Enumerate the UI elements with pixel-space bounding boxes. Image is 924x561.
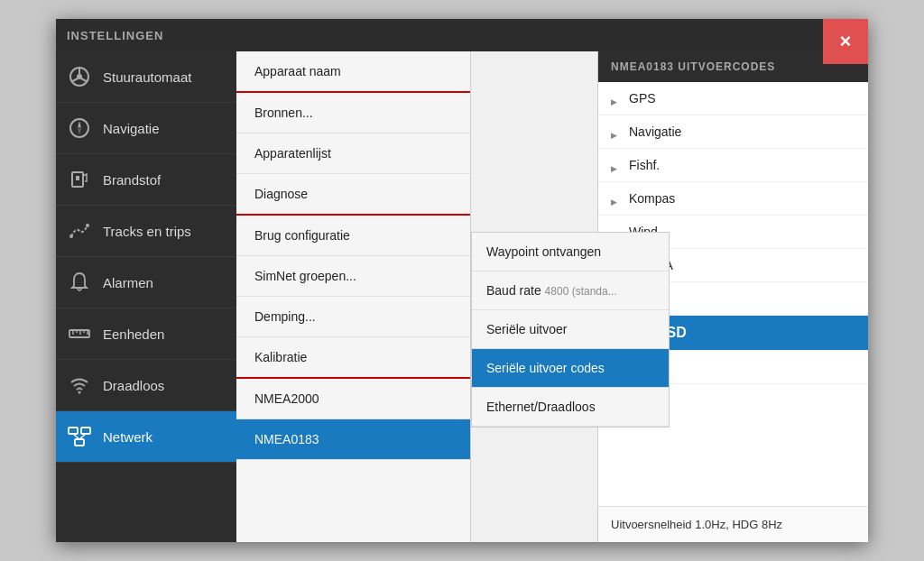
close-button[interactable]: ×	[823, 19, 868, 64]
nmea-label-navigatie: Navigatie	[629, 124, 681, 139]
menu-list: Apparaat naam Bronnen... Apparatenlijst …	[236, 51, 471, 542]
wireless-icon	[67, 372, 92, 398]
submenu-item-seriele-uitvoer[interactable]: Seriële uitvoer	[472, 310, 669, 349]
sidebar-label-tracks: Tracks en trips	[103, 224, 191, 239]
sidebar-label-eenheden: Eenheden	[103, 326, 164, 342]
sidebar-label-stuurautomaat: Stuurautomaat	[103, 69, 191, 85]
sidebar-item-stuurautomaat[interactable]: Stuurautomaat	[56, 51, 236, 103]
arrow-right-icon	[611, 126, 622, 137]
nmea-item-fishf[interactable]: Fishf.	[598, 149, 868, 182]
svg-rect-19	[69, 428, 78, 434]
svg-rect-20	[81, 428, 90, 434]
settings-modal: INSTELLINGEN × Stuurautomaat	[56, 19, 868, 542]
nmea-item-gps[interactable]: GPS	[598, 82, 868, 115]
arrow-right-icon	[611, 193, 622, 204]
nmea-label-gps: GPS	[629, 91, 656, 106]
arrow-right-icon	[611, 160, 622, 170]
svg-point-10	[69, 235, 73, 238]
submenu-item-ethernet[interactable]: Ethernet/Draadloos	[472, 388, 669, 427]
sidebar-label-navigatie: Navigatie	[103, 121, 160, 136]
bell-icon	[67, 270, 92, 295]
sidebar-label-brandstof: Brandstof	[103, 172, 161, 188]
submenu: Waypoint ontvangen Baud rate 4800 (stand…	[471, 232, 670, 428]
sidebar-label-alarmen: Alarmen	[103, 275, 153, 290]
nmea-label-fishf: Fishf.	[629, 158, 660, 172]
svg-rect-9	[76, 176, 79, 180]
svg-line-4	[81, 78, 87, 81]
arrow-right-icon	[611, 93, 622, 104]
sidebar-label-draadloos: Draadloos	[103, 378, 164, 393]
modal-title: INSTELLINGEN	[67, 29, 163, 42]
svg-marker-7	[78, 128, 81, 135]
sidebar: Stuurautomaat Navigatie Bran	[56, 51, 236, 542]
content-row: Apparaat naam Bronnen... Apparatenlijst …	[236, 51, 868, 542]
menu-item-nmea0183[interactable]: NMEA0183	[236, 419, 470, 460]
sidebar-item-brandstof[interactable]: Brandstof	[56, 154, 236, 206]
svg-marker-6	[78, 121, 81, 128]
menu-item-diagnose[interactable]: Diagnose	[236, 174, 470, 216]
steering-wheel-icon	[67, 64, 92, 89]
menu-item-brug-config[interactable]: Brug configuratie	[236, 216, 470, 256]
baud-rate-label: Baud rate	[486, 283, 545, 298]
nmea-item-kompas[interactable]: Kompas	[598, 182, 868, 216]
svg-line-3	[73, 78, 79, 81]
submenu-item-baud-rate[interactable]: Baud rate 4800 (standa...	[472, 271, 669, 310]
nmea-item-navigatie[interactable]: Navigatie	[598, 115, 868, 149]
modal-header: INSTELLINGEN ×	[56, 19, 868, 51]
sidebar-item-eenheden[interactable]: Eenheden	[56, 308, 236, 360]
nmea-footer: Uitvoersnelheid 1.0Hz, HDG 8Hz	[598, 506, 868, 542]
sidebar-item-netwerk[interactable]: Netwerk	[56, 411, 236, 463]
nmea-label-kompas: Kompas	[629, 191, 675, 206]
menu-item-apparaat-naam[interactable]: Apparaat naam	[236, 51, 470, 93]
svg-rect-21	[75, 439, 84, 446]
ruler-icon	[67, 321, 92, 346]
submenu-item-seriele-uitvoer-codes[interactable]: Seriële uitvoer codes	[472, 349, 669, 388]
route-icon	[67, 218, 92, 244]
submenu-item-waypoint[interactable]: Waypoint ontvangen	[472, 233, 669, 271]
compass-icon	[67, 115, 92, 141]
menu-item-kalibratie[interactable]: Kalibratie	[236, 337, 470, 379]
svg-point-18	[79, 391, 81, 394]
menu-item-simnet[interactable]: SimNet groepen...	[236, 256, 470, 297]
menu-item-nmea2000[interactable]: NMEA2000	[236, 379, 470, 419]
menu-item-apparatenlijst[interactable]: Apparatenlijst	[236, 133, 470, 174]
menu-item-demping[interactable]: Demping...	[236, 297, 470, 337]
svg-point-11	[86, 224, 89, 227]
network-icon	[67, 424, 92, 449]
fuel-icon	[67, 167, 92, 192]
sidebar-item-navigatie[interactable]: Navigatie	[56, 103, 236, 154]
main-content: Apparaat naam Bronnen... Apparatenlijst …	[236, 51, 868, 542]
sidebar-item-tracks[interactable]: Tracks en trips	[56, 206, 236, 257]
sidebar-item-draadloos[interactable]: Draadloos	[56, 360, 236, 411]
sidebar-label-netwerk: Netwerk	[103, 429, 152, 445]
baud-rate-value: 4800 (standa...	[545, 285, 617, 298]
sidebar-item-alarmen[interactable]: Alarmen	[56, 257, 236, 308]
menu-item-bronnen[interactable]: Bronnen...	[236, 93, 470, 133]
